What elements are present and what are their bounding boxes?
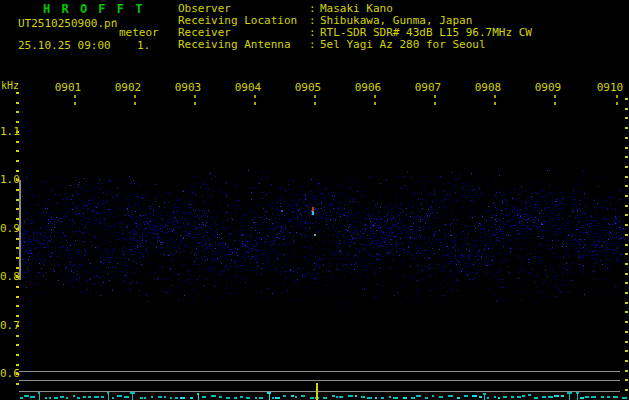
separator-line-upper	[19, 371, 620, 372]
spectrogram-canvas	[0, 0, 629, 400]
separator-line-middle	[19, 380, 620, 381]
separator-line-lower	[19, 391, 620, 392]
level-spike	[316, 383, 318, 400]
hrofft-screen: H R O F F T UT2510250900.pn ¨ meteor 25.…	[0, 0, 629, 400]
